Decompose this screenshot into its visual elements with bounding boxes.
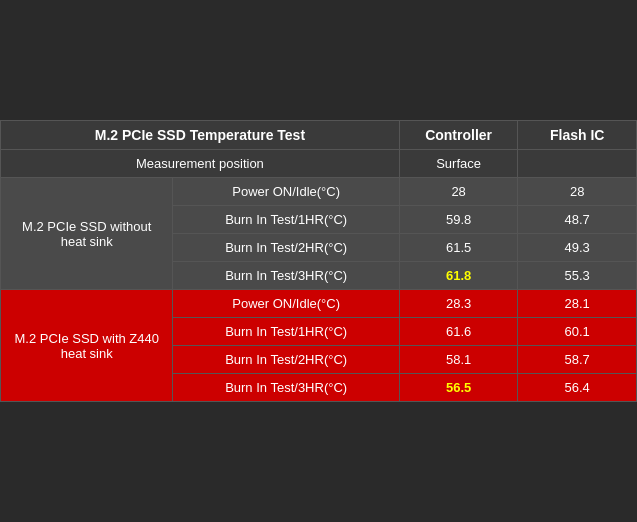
surface-label: Surface (399, 150, 518, 178)
section2-row0-surface: 28.3 (399, 290, 518, 318)
controller-header: Controller (399, 121, 518, 150)
section1-row1-test: Burn In Test/1HR(°C) (173, 206, 399, 234)
section1-row0-surface: 28 (399, 178, 518, 206)
section1-row3-surface: 61.8 (399, 262, 518, 290)
section2-row3-test: Burn In Test/3HR(°C) (173, 374, 399, 402)
section1-row1-flash: 48.7 (518, 206, 637, 234)
section1-row1-surface: 59.8 (399, 206, 518, 234)
section2-row3-flash: 56.4 (518, 374, 637, 402)
section2-category: M.2 PCIe SSD with Z440 heat sink (1, 290, 173, 402)
flash-ic-header: Flash IC (518, 121, 637, 150)
section2-row2-test: Burn In Test/2HR(°C) (173, 346, 399, 374)
section1-row3-test: Burn In Test/3HR(°C) (173, 262, 399, 290)
section1-row0-test: Power ON/Idle(°C) (173, 178, 399, 206)
measurement-position-label: Measurement position (1, 150, 400, 178)
section1-row3-flash: 55.3 (518, 262, 637, 290)
section2-row0-flash: 28.1 (518, 290, 637, 318)
section1-row2-flash: 49.3 (518, 234, 637, 262)
section2-row2-flash: 58.7 (518, 346, 637, 374)
section1-row2-test: Burn In Test/2HR(°C) (173, 234, 399, 262)
section2-row1-surface: 61.6 (399, 318, 518, 346)
temperature-table: M.2 PCIe SSD Temperature Test Controller… (0, 120, 637, 402)
section2-row0-test: Power ON/Idle(°C) (173, 290, 399, 318)
section1-row2-surface: 61.5 (399, 234, 518, 262)
section2-row1-test: Burn In Test/1HR(°C) (173, 318, 399, 346)
section2-row2-surface: 58.1 (399, 346, 518, 374)
section2-row1-flash: 60.1 (518, 318, 637, 346)
section1-row3-surface-highlight: 61.8 (446, 268, 471, 283)
section2-row3-surface-highlight: 56.5 (446, 380, 471, 395)
table-title: M.2 PCIe SSD Temperature Test (1, 121, 400, 150)
section1-row0-flash: 28 (518, 178, 637, 206)
flash-ic-subheader (518, 150, 637, 178)
section1-category: M.2 PCIe SSD without heat sink (1, 178, 173, 290)
section2-row3-surface: 56.5 (399, 374, 518, 402)
